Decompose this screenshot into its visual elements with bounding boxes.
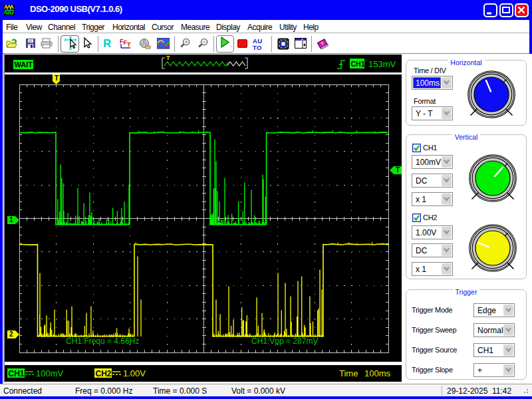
svg-text:T: T [55, 74, 59, 82]
svg-text:100ms: 100ms [364, 368, 391, 378]
svg-text:T: T [396, 166, 400, 174]
svg-text:1: 1 [9, 216, 13, 223]
svg-text:T: T [166, 55, 170, 61]
svg-text:CH2: CH2 [96, 369, 112, 378]
svg-text:100mV: 100mV [36, 368, 64, 378]
svg-text:1.00V: 1.00V [123, 368, 146, 378]
svg-text:CH1: CH1 [351, 60, 365, 68]
svg-text:153mV: 153mV [368, 59, 396, 69]
svg-text:CH1: CH1 [9, 369, 25, 378]
svg-text:WAIT: WAIT [15, 61, 33, 68]
svg-text:CH1:Frequ = 4.66Hz: CH1:Frequ = 4.66Hz [66, 336, 139, 346]
svg-text:2: 2 [9, 331, 13, 338]
svg-text:Time: Time [339, 368, 358, 378]
svg-text:CH1:Vpp = 287mV: CH1:Vpp = 287mV [251, 336, 318, 346]
